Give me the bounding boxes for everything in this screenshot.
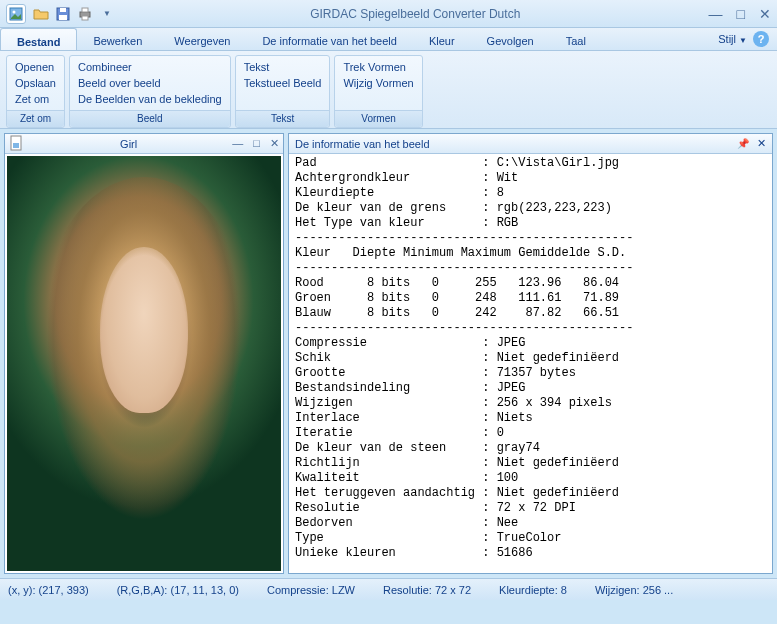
help-icon[interactable]: ? xyxy=(753,31,769,47)
group-label: Beeld xyxy=(70,110,230,127)
group-vormen: Trek Vormen Wijzig Vormen _ Vormen xyxy=(334,55,422,128)
menubar: Bestand Bewerken Weergeven De informatie… xyxy=(0,28,777,51)
print-icon[interactable] xyxy=(76,5,94,23)
tab-gevolgen[interactable]: Gevolgen xyxy=(471,28,550,50)
info-panel-title: De informatie van het beeld xyxy=(295,138,737,150)
cmd-wijzig-vormen[interactable]: Wijzig Vormen xyxy=(343,76,413,90)
tab-bestand[interactable]: Bestand xyxy=(0,28,77,50)
cmd-opslaan[interactable]: Opslaan xyxy=(15,76,56,90)
cmd-tekst[interactable]: Tekst xyxy=(244,60,322,74)
document-titlebar[interactable]: Girl — □ ✕ xyxy=(5,134,283,154)
cmd-zet-om[interactable]: Zet om xyxy=(15,92,56,106)
tab-taal[interactable]: Taal xyxy=(550,28,602,50)
status-xy: (x, y): (217, 393) xyxy=(8,584,89,596)
qat-dropdown-icon[interactable]: ▼ xyxy=(98,5,116,23)
image-preview[interactable] xyxy=(7,156,281,571)
info-panel-titlebar[interactable]: De informatie van het beeld 📌 ✕ xyxy=(289,134,772,154)
status-resolution: Resolutie: 72 x 72 xyxy=(383,584,471,596)
tab-weergeven[interactable]: Weergeven xyxy=(158,28,246,50)
document-title: Girl xyxy=(25,138,232,150)
doc-icon xyxy=(9,135,25,153)
doc-maximize-button[interactable]: □ xyxy=(253,137,260,150)
window-title: GIRDAC Spiegelbeeld Converter Dutch xyxy=(122,7,709,21)
open-icon[interactable] xyxy=(32,5,50,23)
titlebar: ▼ GIRDAC Spiegelbeeld Converter Dutch — … xyxy=(0,0,777,28)
svg-rect-6 xyxy=(82,8,88,12)
status-rgba: (R,G,B,A): (17, 11, 13, 0) xyxy=(117,584,239,596)
info-panel: De informatie van het beeld 📌 ✕ Pad : C:… xyxy=(288,133,773,574)
chevron-down-icon: ▼ xyxy=(739,36,747,45)
group-beeld: Combineer Beeld over beeld De Beelden va… xyxy=(69,55,231,128)
save-icon[interactable] xyxy=(54,5,72,23)
group-label: Vormen xyxy=(335,110,421,127)
quick-access-toolbar: ▼ xyxy=(32,5,116,23)
cmd-combineer[interactable]: Combineer xyxy=(78,60,222,74)
panel-close-button[interactable]: ✕ xyxy=(757,137,766,150)
document-body xyxy=(5,154,283,573)
svg-rect-3 xyxy=(60,8,66,12)
maximize-button[interactable]: □ xyxy=(737,6,745,22)
status-depth: Kleurdiepte: 8 xyxy=(499,584,567,596)
cmd-beeld-over-beeld[interactable]: Beeld over beeld xyxy=(78,76,222,90)
pin-icon[interactable]: 📌 xyxy=(737,138,749,149)
tab-info[interactable]: De informatie van het beeld xyxy=(246,28,413,50)
doc-minimize-button[interactable]: — xyxy=(232,137,243,150)
workspace: Girl — □ ✕ De informatie van het beeld 📌… xyxy=(0,129,777,578)
close-button[interactable]: ✕ xyxy=(759,6,771,22)
app-icon[interactable] xyxy=(6,4,26,24)
cmd-trek-vormen[interactable]: Trek Vormen xyxy=(343,60,413,74)
minimize-button[interactable]: — xyxy=(709,6,723,22)
statusbar: (x, y): (217, 393) (R,G,B,A): (17, 11, 1… xyxy=(0,578,777,600)
cmd-openen[interactable]: Openen xyxy=(15,60,56,74)
ribbon: Openen Opslaan Zet om Zet om Combineer B… xyxy=(0,51,777,129)
document-window: Girl — □ ✕ xyxy=(4,133,284,574)
svg-rect-9 xyxy=(13,143,19,148)
status-modify: Wijzigen: 256 ... xyxy=(595,584,673,596)
doc-close-button[interactable]: ✕ xyxy=(270,137,279,150)
cmd-tekstueel-beeld[interactable]: Tekstueel Beeld xyxy=(244,76,322,90)
style-dropdown[interactable]: Stijl ▼ xyxy=(718,33,747,45)
info-text[interactable]: Pad : C:\Vista\Girl.jpg Achtergrondkleur… xyxy=(289,154,772,573)
status-compression: Compressie: LZW xyxy=(267,584,355,596)
group-label: Zet om xyxy=(7,110,64,127)
tab-kleur[interactable]: Kleur xyxy=(413,28,471,50)
group-tekst: Tekst Tekstueel Beeld _ Tekst xyxy=(235,55,331,128)
svg-rect-4 xyxy=(59,15,67,20)
tab-bewerken[interactable]: Bewerken xyxy=(77,28,158,50)
svg-rect-7 xyxy=(82,16,88,20)
group-label: Tekst xyxy=(236,110,330,127)
svg-point-1 xyxy=(13,10,16,13)
cmd-bekleding[interactable]: De Beelden van de bekleding xyxy=(78,92,222,106)
group-zet-om: Openen Opslaan Zet om Zet om xyxy=(6,55,65,128)
